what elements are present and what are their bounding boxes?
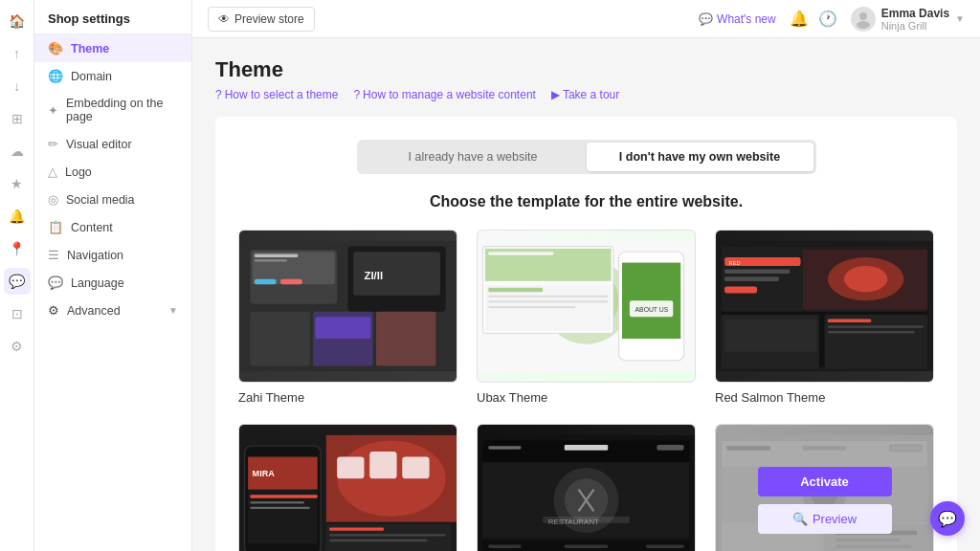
- svg-rect-5: [255, 254, 298, 257]
- breadcrumb-manage-content[interactable]: ? How to manage a website content: [353, 88, 535, 101]
- tab-have-website[interactable]: I already have a website: [360, 143, 587, 171]
- breadcrumb-label-1: How to manage a website content: [363, 88, 536, 101]
- icon-bar-chat[interactable]: 💬: [4, 268, 31, 295]
- svg-rect-41: [724, 276, 779, 281]
- theme-section: I already have a website I don't have my…: [215, 117, 957, 551]
- page-title: Theme: [215, 57, 957, 82]
- breadcrumb-take-tour[interactable]: ▶ Take a tour: [551, 88, 619, 101]
- icon-bar-settings[interactable]: ⚙: [4, 333, 31, 360]
- icon-bar-cloud[interactable]: ☁: [4, 138, 31, 165]
- svg-text:RESTAURANT: RESTAURANT: [548, 518, 599, 526]
- svg-rect-68: [483, 441, 690, 463]
- svg-rect-12: [250, 312, 309, 366]
- icon-bar-down[interactable]: ↓: [4, 73, 31, 99]
- svg-rect-70: [565, 445, 608, 451]
- svg-text:MIRA: MIRA: [253, 469, 276, 478]
- sidebar-header: Shop settings: [34, 0, 191, 34]
- svg-rect-6: [255, 259, 287, 261]
- sidebar-label-navigation: Navigation: [67, 249, 123, 262]
- icon-bar-up[interactable]: ↑: [4, 40, 31, 67]
- activate-button[interactable]: Activate: [758, 467, 892, 496]
- logo-icon: △: [48, 165, 57, 179]
- user-details: Emma Davis Ninja Grill: [881, 7, 949, 32]
- choose-title: Choose the template for the entire websi…: [238, 193, 934, 210]
- icon-bar-modules[interactable]: ⊡: [4, 300, 31, 327]
- svg-rect-42: [724, 287, 757, 294]
- preview-button[interactable]: 🔍 Preview: [758, 504, 892, 534]
- user-profile[interactable]: Emma Davis Ninja Grill ▼: [851, 7, 965, 32]
- svg-rect-40: [724, 269, 790, 274]
- theme-preview-restaurant: RESTAURANT: [477, 424, 696, 551]
- theme-card-last[interactable]: Activate 🔍 Preview: [715, 424, 934, 551]
- theme-card-restaurant[interactable]: RESTAURANT Restaurant Theme: [477, 424, 696, 551]
- sidebar-label-theme: Theme: [71, 42, 109, 55]
- sidebar-item-domain[interactable]: 🌐 Domain: [34, 62, 191, 90]
- tab-no-website[interactable]: I don't have my own website: [587, 143, 813, 171]
- icon-bar-home[interactable]: 🏠: [4, 8, 31, 34]
- language-icon: 💬: [48, 276, 63, 290]
- message-icon: 💬: [699, 12, 713, 26]
- sidebar-label-language: Language: [71, 276, 124, 290]
- svg-text:ABOUT US: ABOUT US: [635, 306, 669, 313]
- header-right: 💬 What's new 🔔 🕐 Emma Davis Ninja Grill …: [699, 7, 965, 32]
- help-icon: ?: [215, 88, 222, 101]
- sidebar-label-content: Content: [71, 221, 113, 234]
- svg-rect-46: [828, 320, 871, 322]
- sidebar-item-visual-editor[interactable]: ✏ Visual editor: [34, 130, 191, 158]
- chat-bubble[interactable]: 💬: [930, 501, 965, 536]
- visual-editor-icon: ✏: [48, 137, 58, 151]
- icon-bar-bell[interactable]: 🔔: [4, 203, 31, 230]
- svg-rect-28: [488, 288, 543, 293]
- theme-overlay-last: Activate 🔍 Preview: [716, 425, 933, 551]
- content-icon: 📋: [48, 220, 63, 234]
- chevron-down-icon: ▼: [168, 305, 178, 316]
- sidebar: Shop settings 🎨 Theme 🌐 Domain ✦ Embeddi…: [34, 0, 192, 551]
- social-icon: ◎: [48, 192, 58, 207]
- icon-bar-location[interactable]: 📍: [4, 235, 31, 262]
- theme-preview-zahi: ZI/II: [238, 230, 457, 383]
- icon-bar-star[interactable]: ★: [4, 170, 31, 197]
- theme-preview-ubax: ABOUT US: [477, 230, 696, 383]
- theme-card-zahi[interactable]: ZI/II Zahi Theme: [238, 230, 457, 405]
- help-icon-2: ?: [353, 88, 360, 101]
- svg-rect-71: [657, 445, 683, 451]
- svg-point-0: [859, 12, 867, 20]
- preview-store-button[interactable]: 👁 Preview store: [208, 7, 315, 32]
- theme-card-ubax[interactable]: ABOUT US Ubax Theme: [477, 230, 696, 405]
- sidebar-item-language[interactable]: 💬 Language: [34, 269, 191, 297]
- tab-toggle: I already have a website I don't have my…: [357, 140, 816, 174]
- breadcrumb-label-0: How to select a theme: [225, 88, 339, 101]
- breadcrumb-select-theme[interactable]: ? How to select a theme: [215, 88, 338, 101]
- theme-card-mira[interactable]: MIRA Mira Theme: [238, 424, 457, 551]
- theme-card-red-salmon[interactable]: RED Red Salmon T: [715, 230, 934, 405]
- theme-preview-mira: MIRA: [238, 424, 457, 551]
- icon-bar-grid[interactable]: ⊞: [4, 105, 31, 132]
- whats-new-button[interactable]: 💬 What's new: [699, 12, 776, 26]
- sidebar-item-logo[interactable]: △ Logo: [34, 158, 191, 186]
- sidebar-item-advanced[interactable]: ⚙ Advanced ▼: [34, 297, 191, 324]
- theme-grid: ZI/II Zahi Theme: [238, 230, 934, 551]
- icon-bar: 🏠 ↑ ↓ ⊞ ☁ ★ 🔔 📍 💬 ⊡ ⚙: [0, 0, 34, 551]
- bell-icon[interactable]: 🔔: [790, 10, 809, 28]
- sidebar-item-theme[interactable]: 🎨 Theme: [34, 34, 191, 62]
- embedding-icon: ✦: [48, 103, 58, 118]
- svg-rect-81: [565, 545, 608, 548]
- svg-rect-69: [488, 446, 521, 449]
- sidebar-item-embedding[interactable]: ✦ Embedding on the page: [34, 90, 191, 130]
- user-shop: Ninja Grill: [881, 20, 949, 32]
- whats-new-label: What's new: [717, 12, 776, 26]
- page-title-row: Theme ? How to select a theme ? How to m…: [215, 57, 957, 101]
- svg-rect-7: [255, 279, 277, 285]
- svg-rect-26: [488, 252, 553, 254]
- svg-rect-53: [369, 452, 396, 478]
- theme-name-zahi: Zahi Theme: [238, 390, 304, 405]
- preview-store-label: Preview store: [234, 12, 304, 26]
- sidebar-item-navigation[interactable]: ☰ Navigation: [34, 241, 191, 269]
- sidebar-item-content[interactable]: 📋 Content: [34, 213, 191, 241]
- svg-text:RED: RED: [729, 260, 741, 266]
- svg-text:ZI/II: ZI/II: [365, 270, 384, 281]
- sidebar-item-social-media[interactable]: ◎ Social media: [34, 186, 191, 213]
- svg-rect-44: [724, 320, 816, 352]
- sidebar-label-advanced: Advanced: [67, 304, 121, 318]
- clock-icon[interactable]: 🕐: [818, 10, 837, 28]
